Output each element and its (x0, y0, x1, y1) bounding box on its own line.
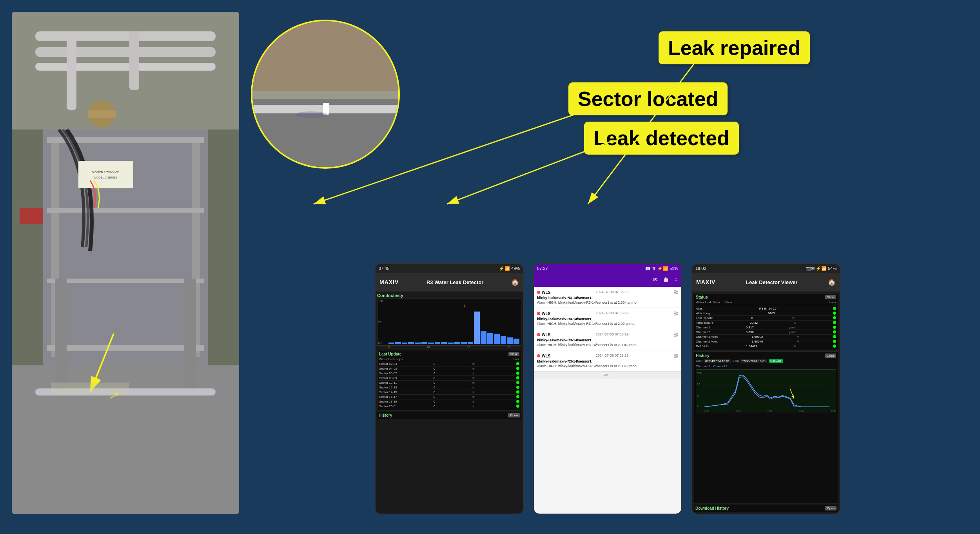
wls-title-3: WLS (542, 333, 550, 337)
phone3-history-close-btn[interactable]: Close (825, 354, 836, 358)
svg-text:MODEL V-SERIES: MODEL V-SERIES (94, 176, 118, 179)
chart-bar (408, 342, 414, 344)
phone1-header: MAXIV R3 Water Leak Detector 🏠 (376, 273, 523, 292)
phone1-close-btn[interactable]: Close (508, 352, 519, 356)
chart-bar (388, 343, 394, 344)
phone3-channel2-label: Channel 2 (713, 365, 727, 368)
status-dot (516, 400, 519, 403)
phone3-time: 18:02 (695, 266, 706, 271)
status-dot (516, 405, 519, 408)
phone1-app-title: R3 Water Leak Detector (402, 279, 508, 285)
status-dot (516, 395, 519, 398)
sector-row: Sector 04-05 0 hr (379, 366, 519, 371)
wls-date-3: 2024-07-08 07:30:19 (596, 332, 629, 337)
svg-text:1: 1 (697, 405, 699, 407)
wls-item-1[interactable]: WLS 2024-07-08 07:35:20 ⛓ blinky-leak/ma… (534, 287, 681, 308)
sector-row: Sector 16-17 0 hr (379, 395, 519, 399)
status-row: Last Update0hr (696, 316, 836, 321)
phone2-email-icon[interactable]: ✉ (653, 277, 658, 283)
sector-row: Sector 08-09 0 hr (379, 376, 519, 381)
chart-bar (441, 342, 447, 344)
wls-item-2[interactable]: WLS 2024-07-08 07:33:22 ⛓ blinky-leak/ma… (534, 308, 681, 329)
svg-text:5: 5 (697, 395, 699, 397)
svg-rect-34 (252, 20, 398, 91)
wls-link-icon-1[interactable]: ⛓ (674, 290, 678, 295)
phone1-chart-section: Conductivity 100500.1 (377, 293, 521, 348)
phone3-download-footer: Download History Open (694, 505, 838, 512)
svg-text:GARVEY VACUUM: GARVEY VACUUM (92, 170, 120, 173)
status-dot (516, 372, 519, 375)
phone3-close-btn[interactable]: Close (825, 295, 836, 299)
phone2-delete-icon[interactable]: 🗑 (663, 277, 669, 283)
chart-bar (487, 333, 493, 344)
phone1-logo: MAXIV (379, 279, 399, 285)
status-dot (516, 362, 519, 365)
chart-bar (395, 342, 401, 344)
status-dot (833, 335, 836, 338)
phone2-filter-icon[interactable]: ≡ (674, 277, 677, 283)
wls-dot (537, 333, 540, 336)
chart-bar (507, 337, 513, 344)
wls-sensor-3: blinky-leak/maxiv-R3-14/sensor1 (537, 338, 678, 342)
status-dot (516, 367, 519, 370)
phone1-update-header: Water Leak apps back (379, 357, 519, 361)
wls-link-icon-2[interactable]: ⛓ (674, 311, 678, 316)
wls-more: WL... (534, 372, 681, 379)
main-container: GARVEY VACUUM MODEL V-SERIES → (0, 0, 980, 534)
phone3-date-range: Start 07/04/2024 18:01 Stop 07/08/2024 1… (696, 359, 836, 363)
chart-bar (428, 343, 434, 344)
svg-rect-6 (47, 208, 204, 213)
phone1-history-footer: History Open (377, 412, 521, 419)
phone1-mockup: 07:45 ⚡📶 49% MAXIV R3 Water Leak Detecto… (375, 263, 524, 514)
phone3-get-data-btn[interactable]: Get Data (769, 359, 783, 363)
wls-link-icon-3[interactable]: ⛓ (674, 332, 678, 337)
status-dot (833, 321, 836, 324)
phone1-history-label: History (379, 413, 392, 417)
phone2-status-bar: 07:37 📧 🗑 ⚡📶 51% (534, 264, 681, 273)
wls-date-2: 2024-07-08 07:33:22 (596, 311, 629, 316)
status-dot (833, 344, 836, 348)
phone1-open-btn[interactable]: Open (508, 413, 520, 417)
leak-detected-callout: Leak detected (584, 122, 739, 155)
wls-message-3: Alarm-HIGH: blinky-leak/maxiv-R3-14/sens… (537, 343, 678, 347)
status-row: Channel 20.536μmho (696, 330, 836, 335)
wls-item-3[interactable]: WLS 2024-07-08 07:30:19 ⛓ blinky-leak/ma… (534, 329, 681, 350)
phone1-chart: 100500.1 (377, 299, 521, 346)
wls-item-4[interactable]: WLS 2024-07-08 07:28:28 ⛓ blinky-leak/ma… (534, 350, 681, 372)
phone2-indicators: 📧 🗑 ⚡📶 51% (645, 266, 678, 271)
chart-bar (481, 331, 486, 344)
svg-rect-19 (184, 279, 196, 349)
phone1-home-icon[interactable]: 🏠 (511, 279, 519, 286)
chart-bar (461, 342, 467, 344)
status-row: Channel 2 Volts1.88546V (696, 339, 836, 344)
sector-row: Sector 18-19 0 hr (379, 399, 519, 404)
phone3-home-icon[interactable]: 🏠 (828, 279, 836, 286)
phone3-stop-date[interactable]: 07/08/2024 18:01 (740, 359, 767, 363)
status-dot (516, 381, 519, 384)
phone3-start-date[interactable]: 07/04/2024 18:01 (704, 359, 731, 363)
phone3-logo: MAXIV (696, 279, 715, 285)
status-row: AliasR3-IN-14-15 (696, 306, 836, 311)
sector-row: Sector 06-07 0 hr (379, 371, 519, 376)
wls-link-icon-4[interactable]: ⛓ (674, 354, 678, 358)
phone1-chart-title: Conductivity (377, 293, 521, 298)
wls-dot (537, 291, 540, 294)
status-dot (833, 340, 836, 343)
phone3-status-panel: Status Close Water Leak Detector View ba… (694, 293, 838, 350)
phone2-mockup: 07:37 📧 🗑 ⚡📶 51% ✉ 🗑 ≡ (533, 263, 682, 514)
phone3-status-rows: AliasR3-IN-14-15 Watchdog9165 Last Updat… (696, 306, 836, 348)
status-dot (833, 312, 836, 315)
phone2-wls-list: WLS 2024-07-08 07:35:20 ⛓ blinky-leak/ma… (534, 287, 681, 514)
phone1-sectors: Sector 02-03 0 hr Sector 04-05 0 hr (379, 362, 519, 408)
chart-bar (501, 336, 506, 344)
wls-date-4: 2024-07-08 07:28:28 (596, 354, 629, 358)
phone3-indicators: 📷✉ ⚡📶 54% (806, 266, 837, 271)
wls-title-2: WLS (542, 312, 550, 316)
svg-text:100: 100 (697, 372, 702, 375)
svg-point-38 (296, 111, 327, 118)
svg-text:10: 10 (697, 383, 700, 386)
phone3-open-btn[interactable]: Open (825, 506, 837, 510)
sector-row: Sector 14-15 0 hr (379, 390, 519, 395)
status-dot (516, 390, 519, 394)
phone3-content: Status Close Water Leak Detector View ba… (692, 292, 840, 514)
